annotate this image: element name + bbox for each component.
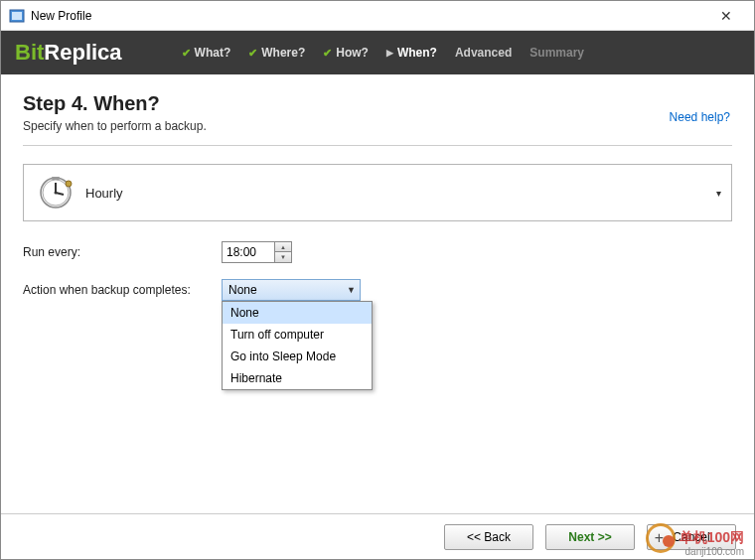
arrow-icon: ▶ bbox=[386, 48, 393, 58]
schedule-label: Hourly bbox=[85, 186, 717, 201]
action-row: Action when backup completes: None ▼ Non… bbox=[23, 279, 732, 301]
nav-bar: BitReplica ✔What? ✔Where? ✔How? ▶When? A… bbox=[1, 31, 754, 74]
check-icon: ✔ bbox=[323, 47, 332, 60]
action-option-none[interactable]: None bbox=[223, 302, 372, 324]
nav-step-what[interactable]: ✔What? bbox=[182, 46, 231, 60]
svg-rect-1 bbox=[12, 12, 22, 20]
run-every-spinner[interactable]: ▲ ▼ bbox=[222, 241, 292, 263]
spinner-up[interactable]: ▲ bbox=[275, 242, 291, 252]
step-subtitle: Specify when to perform a backup. bbox=[23, 119, 732, 133]
run-every-input[interactable] bbox=[223, 242, 274, 262]
nav-step-how[interactable]: ✔How? bbox=[323, 46, 369, 60]
action-option-sleep[interactable]: Go into Sleep Mode bbox=[223, 346, 372, 367]
app-icon bbox=[9, 8, 25, 24]
help-link[interactable]: Need help? bbox=[670, 110, 730, 124]
clock-icon bbox=[38, 175, 74, 210]
back-button[interactable]: << Back bbox=[444, 524, 533, 550]
svg-rect-7 bbox=[52, 177, 60, 180]
nav-step-summary: Summary bbox=[529, 46, 584, 60]
chevron-down-icon: ▾ bbox=[716, 188, 721, 199]
nav-step-advanced[interactable]: Advanced bbox=[455, 46, 512, 60]
spinner-down[interactable]: ▼ bbox=[275, 252, 291, 262]
svg-point-8 bbox=[66, 181, 72, 187]
run-every-label: Run every: bbox=[23, 245, 222, 259]
step-title: Step 4. When? bbox=[23, 92, 732, 115]
check-icon: ✔ bbox=[248, 47, 257, 60]
check-icon: ✔ bbox=[182, 47, 191, 60]
nav-step-where[interactable]: ✔Where? bbox=[248, 46, 305, 60]
schedule-selector[interactable]: Hourly ▾ bbox=[23, 164, 732, 221]
content: Step 4. When? Specify when to perform a … bbox=[1, 74, 754, 335]
watermark-sub: danji100.com bbox=[685, 546, 744, 557]
nav-step-when[interactable]: ▶When? bbox=[386, 46, 437, 60]
chevron-down-icon: ▼ bbox=[347, 285, 356, 295]
svg-point-6 bbox=[55, 192, 58, 195]
titlebar: New Profile ✕ bbox=[1, 1, 754, 31]
nav-steps: ✔What? ✔Where? ✔How? ▶When? Advanced Sum… bbox=[182, 46, 584, 60]
action-dropdown: None Turn off computer Go into Sleep Mod… bbox=[222, 301, 373, 390]
action-option-hibernate[interactable]: Hibernate bbox=[223, 367, 372, 389]
window-title: New Profile bbox=[31, 9, 706, 23]
action-label: Action when backup completes: bbox=[23, 283, 222, 297]
footer: << Back Next >> Cancel bbox=[1, 513, 754, 559]
divider bbox=[23, 145, 732, 146]
logo: BitReplica bbox=[15, 40, 122, 66]
next-button[interactable]: Next >> bbox=[545, 524, 635, 550]
close-button[interactable]: ✕ bbox=[706, 2, 746, 30]
action-selected: None bbox=[228, 283, 257, 297]
action-combo[interactable]: None ▼ bbox=[222, 279, 361, 301]
run-every-row: Run every: ▲ ▼ bbox=[23, 241, 732, 263]
action-option-turnoff[interactable]: Turn off computer bbox=[223, 324, 372, 346]
